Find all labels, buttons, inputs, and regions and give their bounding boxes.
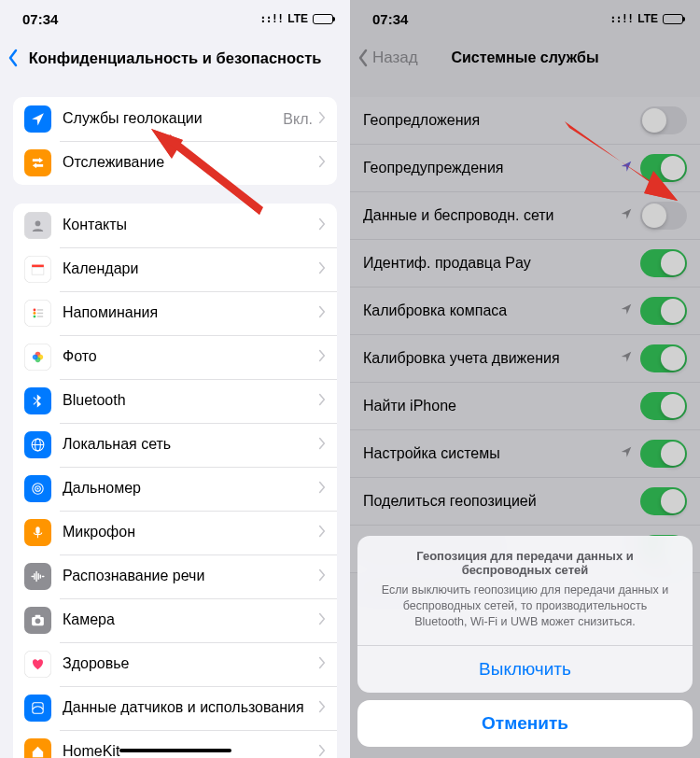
action-sheet: Геопозиция для передачи данных и беспров…: [357, 536, 693, 747]
svg-rect-8: [37, 316, 43, 316]
tracking-icon: [24, 149, 51, 176]
status-bar: 07:34 ::!! LTE: [0, 0, 350, 37]
battery-icon: [313, 14, 333, 24]
group-location: Службы геолокацииВкл.Отслеживание: [13, 97, 337, 185]
svg-point-4: [34, 312, 36, 315]
row-bluetooth[interactable]: Bluetooth: [13, 379, 337, 423]
homekit-icon: [24, 738, 51, 758]
row-photos[interactable]: Фото: [13, 335, 337, 379]
row-label: Здоровье: [63, 655, 318, 672]
svg-point-21: [35, 618, 41, 624]
chevron-right-icon: [318, 700, 326, 717]
sheet-message: Если выключить геопозицию для передачи д…: [376, 583, 674, 630]
page-title: Конфиденциальность и безопасность: [0, 49, 350, 67]
privacy-screen: 07:34 ::!! LTE Конфиденциальность и безо…: [0, 0, 350, 758]
svg-rect-7: [37, 313, 43, 314]
microphone-icon: [24, 519, 51, 546]
status-time: 07:34: [22, 11, 58, 27]
chevron-right-icon: [318, 525, 326, 541]
row-reminders[interactable]: Напоминания: [13, 291, 337, 335]
local-network-icon: [24, 431, 51, 458]
contacts-icon: [24, 212, 51, 239]
camera-icon: [24, 607, 51, 634]
row-label: Bluetooth: [63, 392, 318, 409]
row-label: Службы геолокации: [63, 110, 283, 127]
row-health[interactable]: Здоровье: [13, 642, 337, 686]
row-rangefinder[interactable]: Дальномер: [13, 467, 337, 511]
chevron-right-icon: [318, 155, 326, 172]
sheet-title: Геопозиция для передачи данных и беспров…: [376, 549, 674, 577]
home-indicator[interactable]: [119, 749, 231, 752]
health-icon: [24, 651, 51, 678]
row-label: Отслеживание: [63, 154, 318, 171]
sensors-icon: [24, 695, 51, 722]
row-label: Локальная сеть: [63, 436, 318, 453]
row-sensors[interactable]: Данные датчиков и использования: [13, 686, 337, 730]
chevron-right-icon: [318, 612, 326, 629]
bluetooth-icon: [24, 387, 51, 414]
row-local-network[interactable]: Локальная сеть: [13, 423, 337, 467]
speech-icon: [24, 563, 51, 590]
row-label: Напоминания: [63, 304, 318, 321]
sheet-header: Геопозиция для передачи данных и беспров…: [357, 536, 693, 646]
svg-rect-1: [32, 265, 44, 268]
row-label: Камера: [63, 611, 318, 628]
chevron-right-icon: [318, 437, 326, 454]
sheet-card: Геопозиция для передачи данных и беспров…: [357, 536, 693, 693]
svg-point-5: [34, 316, 36, 318]
reminders-icon: [24, 300, 51, 327]
system-services-screen: 07:34 ::!! LTE Назад Системные службы Ге…: [350, 0, 700, 758]
svg-rect-19: [35, 526, 39, 534]
row-label: Контакты: [63, 217, 318, 233]
row-microphone[interactable]: Микрофон: [13, 511, 337, 554]
rangefinder-icon: [24, 475, 51, 502]
row-camera[interactable]: Камера: [13, 598, 337, 642]
chevron-right-icon: [318, 111, 326, 128]
row-speech[interactable]: Распознавание речи: [13, 554, 337, 598]
row-label: Микрофон: [63, 524, 318, 540]
svg-point-18: [36, 487, 38, 489]
photos-icon: [24, 344, 51, 371]
row-homekit[interactable]: HomeKit: [13, 730, 337, 758]
chevron-right-icon: [318, 656, 326, 673]
network-label: LTE: [287, 12, 308, 25]
chevron-right-icon: [318, 305, 326, 322]
svg-point-3: [34, 309, 36, 312]
row-label: Фото: [63, 348, 318, 365]
row-value: Вкл.: [283, 111, 313, 128]
row-label: Календари: [63, 260, 318, 277]
sheet-cancel-button[interactable]: Отменить: [357, 700, 693, 747]
row-location-services[interactable]: Службы геолокацииВкл.: [13, 97, 337, 141]
sheet-action-button[interactable]: Выключить: [357, 646, 693, 693]
chevron-right-icon: [318, 744, 326, 759]
signal-icon: ::!!: [259, 12, 283, 25]
svg-rect-22: [35, 615, 41, 618]
back-button[interactable]: [7, 49, 22, 67]
location-services-icon: [24, 105, 51, 133]
row-label: Данные датчиков и использования: [63, 699, 318, 716]
row-calendars[interactable]: Календари: [13, 247, 337, 291]
row-tracking[interactable]: Отслеживание: [13, 141, 337, 185]
svg-point-0: [35, 221, 41, 227]
calendars-icon: [24, 256, 51, 283]
row-label: Дальномер: [63, 480, 318, 497]
chevron-right-icon: [318, 393, 326, 410]
chevron-right-icon: [318, 218, 326, 234]
svg-point-12: [33, 355, 38, 360]
chevron-right-icon: [318, 481, 326, 498]
chevron-right-icon: [318, 261, 326, 278]
svg-rect-2: [32, 267, 44, 274]
nav-bar: Конфиденциальность и безопасность: [0, 37, 350, 78]
chevron-right-icon: [318, 349, 326, 366]
row-contacts[interactable]: Контакты: [13, 204, 337, 247]
svg-rect-6: [37, 309, 43, 310]
status-right: ::!! LTE: [259, 12, 333, 25]
row-label: Распознавание речи: [63, 568, 318, 584]
group-apps: КонтактыКалендариНапоминанияФотоBluetoot…: [13, 204, 337, 758]
chevron-right-icon: [318, 568, 326, 585]
